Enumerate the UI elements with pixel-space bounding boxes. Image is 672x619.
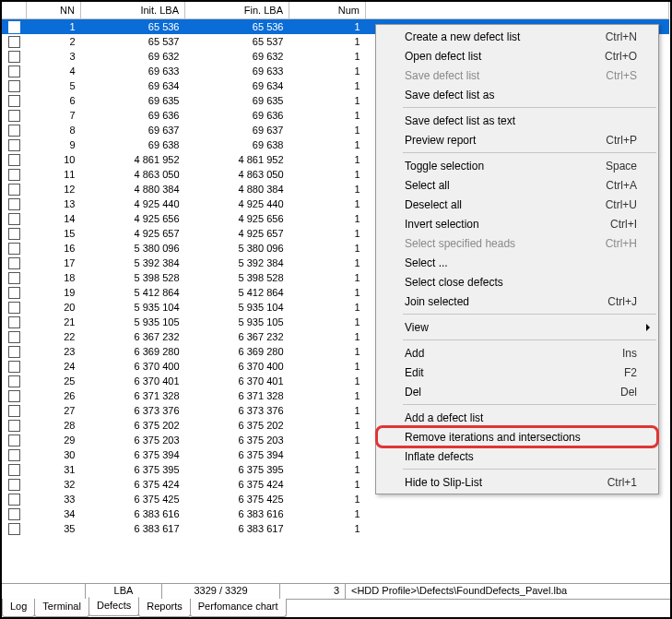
row-checkbox[interactable] [8, 257, 20, 269]
row-checkbox[interactable] [8, 494, 20, 506]
menu-item[interactable]: View [377, 317, 657, 337]
menu-separator [403, 339, 656, 340]
cell-init: 6 373 376 [81, 403, 185, 418]
menu-item[interactable]: Preview reportCtrl+P [377, 130, 657, 149]
menu-item[interactable]: Join selectedCtrl+J [377, 292, 657, 311]
menu-item[interactable]: Select allCtrl+A [377, 175, 657, 195]
tab[interactable]: Perfomance chart [190, 599, 287, 617]
menu-item[interactable]: Create a new defect listCtrl+N [377, 27, 657, 46]
row-checkbox[interactable] [8, 125, 20, 137]
col-init[interactable]: Init. LBA [81, 2, 185, 19]
row-checkbox[interactable] [8, 184, 20, 196]
table-row[interactable]: 356 383 6176 383 6171 [2, 521, 669, 536]
menu-item-shortcut: Ctrl+U [606, 198, 637, 211]
row-checkbox[interactable] [8, 361, 20, 373]
menu-item-label: Preview report [405, 134, 606, 147]
row-checkbox[interactable] [8, 479, 20, 491]
menu-separator [403, 314, 656, 315]
cell-fin: 4 925 657 [185, 226, 289, 241]
row-checkbox[interactable] [8, 375, 20, 387]
row-checkbox[interactable] [8, 65, 20, 77]
menu-item[interactable]: Save defect list as [377, 85, 657, 104]
status-cell-num: 3 [280, 584, 346, 600]
row-checkbox[interactable] [8, 213, 20, 225]
cell-num: 1 [289, 34, 366, 49]
menu-item[interactable]: Open defect listCtrl+O [377, 46, 657, 65]
menu-item[interactable]: Select ... [377, 253, 657, 272]
row-checkbox[interactable] [8, 198, 20, 210]
menu-item[interactable]: Invert selectionCtrl+I [377, 214, 657, 233]
menu-item[interactable]: Select close defects [377, 272, 657, 292]
row-checkbox[interactable] [8, 36, 20, 48]
menu-item[interactable]: Inflate defects [377, 446, 657, 466]
table-row[interactable]: 346 383 6166 383 6161 [2, 506, 669, 521]
context-menu[interactable]: Create a new defect listCtrl+NOpen defec… [375, 24, 659, 494]
menu-item-label: Join selected [405, 295, 607, 308]
cell-nn: 31 [27, 462, 81, 477]
row-checkbox[interactable] [8, 228, 20, 240]
cell-init: 6 375 424 [81, 477, 185, 492]
tab[interactable]: Reports [138, 599, 191, 617]
row-checkbox[interactable] [8, 287, 20, 299]
menu-item[interactable]: Deselect allCtrl+U [377, 195, 657, 214]
row-checkbox[interactable] [8, 110, 20, 122]
cell-fin: 6 367 232 [185, 329, 289, 344]
col-fin[interactable]: Fin. LBA [185, 2, 289, 19]
menu-item[interactable]: AddIns [377, 343, 657, 363]
cell-init: 69 637 [81, 123, 185, 137]
row-checkbox[interactable] [8, 154, 20, 166]
menu-item-label: Inflate defects [405, 450, 637, 463]
cell-nn: 14 [27, 211, 81, 226]
row-checkbox[interactable] [8, 523, 20, 535]
menu-item[interactable]: Save defect list as text [377, 111, 657, 130]
row-checkbox[interactable] [8, 405, 20, 417]
row-checkbox[interactable] [8, 51, 20, 63]
row-checkbox[interactable] [8, 169, 20, 181]
cell-nn: 5 [27, 78, 81, 93]
cell-init: 6 375 425 [81, 492, 185, 506]
cell-fin: 4 863 050 [185, 167, 289, 182]
tab[interactable]: Log [2, 599, 35, 617]
tab[interactable]: Terminal [34, 599, 89, 617]
row-checkbox[interactable] [8, 21, 20, 33]
row-checkbox[interactable] [8, 139, 20, 151]
cell-num: 1 [289, 388, 366, 403]
row-checkbox[interactable] [8, 390, 20, 402]
row-checkbox[interactable] [8, 95, 20, 107]
status-cell-1 [2, 584, 86, 600]
row-checkbox[interactable] [8, 449, 20, 461]
row-checkbox[interactable] [8, 316, 20, 328]
tab[interactable]: Defects [88, 597, 139, 616]
cell-nn: 32 [27, 477, 81, 492]
row-checkbox[interactable] [8, 464, 20, 476]
row-checkbox[interactable] [8, 420, 20, 432]
menu-item[interactable]: Add a defect list [377, 408, 657, 427]
row-checkbox[interactable] [8, 243, 20, 255]
row-checkbox[interactable] [8, 80, 20, 92]
cell-fin: 6 373 376 [185, 403, 289, 418]
col-checkbox[interactable] [2, 2, 27, 19]
menu-item-label: Invert selection [405, 218, 610, 231]
col-nn[interactable]: NN [27, 2, 81, 19]
row-checkbox[interactable] [8, 331, 20, 343]
row-checkbox[interactable] [8, 302, 20, 314]
cell-nn: 7 [27, 108, 81, 123]
menu-item[interactable]: EditF2 [377, 363, 657, 382]
menu-item[interactable]: Remove iterations and intersections [377, 427, 657, 446]
menu-item[interactable]: Toggle selectionSpace [377, 156, 657, 175]
row-checkbox[interactable] [8, 508, 20, 520]
cell-init: 5 935 104 [81, 300, 185, 315]
status-cell-count: 3329 / 3329 [162, 584, 280, 600]
cell-nn: 3 [27, 49, 81, 64]
menu-item[interactable]: Hide to Slip-ListCtrl+1 [377, 472, 657, 492]
cell-num: 1 [289, 211, 366, 226]
row-checkbox[interactable] [8, 434, 20, 446]
cell-init: 4 863 050 [81, 167, 185, 182]
cell-fin: 6 375 202 [185, 418, 289, 433]
row-checkbox[interactable] [8, 272, 20, 284]
menu-item-shortcut: F2 [624, 366, 637, 379]
cell-num: 1 [289, 506, 366, 521]
menu-item[interactable]: DelDel [377, 382, 657, 401]
row-checkbox[interactable] [8, 346, 20, 358]
col-num[interactable]: Num [289, 2, 366, 19]
